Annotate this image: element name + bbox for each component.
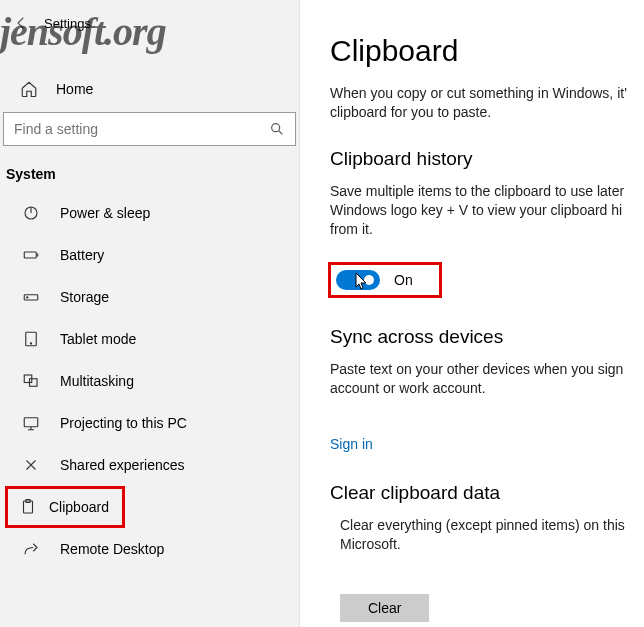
sidebar-item-shared-experiences[interactable]: Shared experiences	[0, 444, 299, 486]
storage-icon	[22, 288, 40, 306]
sidebar-item-remote-desktop[interactable]: Remote Desktop	[0, 528, 299, 570]
sync-desc: Paste text on your other devices when yo…	[330, 360, 644, 398]
back-row[interactable]: Settings	[0, 10, 299, 40]
sidebar-item-label: Multitasking	[60, 373, 134, 389]
intro-text: When you copy or cut something in Window…	[330, 84, 644, 122]
clear-button[interactable]: Clear	[340, 594, 429, 622]
svg-point-0	[272, 124, 280, 132]
clear-section: Clear clipboard data Clear everything (e…	[330, 482, 644, 622]
sidebar-item-label: Power & sleep	[60, 205, 150, 221]
sidebar-item-label: Projecting to this PC	[60, 415, 187, 431]
sidebar-item-label: Battery	[60, 247, 104, 263]
clear-desc: Clear everything (except pinned items) o…	[330, 516, 644, 554]
svg-rect-2	[24, 252, 36, 258]
clear-title: Clear clipboard data	[330, 482, 644, 504]
home-label: Home	[56, 81, 93, 97]
home-nav[interactable]: Home	[0, 70, 299, 112]
page-title: Clipboard	[330, 34, 644, 68]
search-box[interactable]	[3, 112, 296, 146]
history-section: Clipboard history Save multiple items to…	[330, 148, 644, 297]
toggle-state-label: On	[394, 272, 413, 288]
svg-rect-9	[24, 418, 38, 427]
back-arrow-icon	[12, 14, 30, 32]
sidebar-item-multitasking[interactable]: Multitasking	[0, 360, 299, 402]
sidebar-item-label: Remote Desktop	[60, 541, 164, 557]
sidebar-item-tablet-mode[interactable]: Tablet mode	[0, 318, 299, 360]
sidebar-item-clipboard[interactable]: Clipboard	[5, 486, 125, 528]
settings-label: Settings	[44, 16, 91, 31]
history-toggle-row: On	[330, 264, 440, 296]
sync-section: Sync across devices Paste text on your o…	[330, 326, 644, 452]
toggle-knob	[364, 275, 374, 285]
sidebar: Settings Home System Power & sleep Batte…	[0, 0, 300, 627]
history-title: Clipboard history	[330, 148, 644, 170]
svg-point-6	[30, 343, 31, 344]
sidebar-item-battery[interactable]: Battery	[0, 234, 299, 276]
projecting-icon	[22, 414, 40, 432]
remote-desktop-icon	[22, 540, 40, 558]
history-desc: Save multiple items to the clipboard to …	[330, 182, 644, 239]
sidebar-item-label: Storage	[60, 289, 109, 305]
power-icon	[22, 204, 40, 222]
history-toggle[interactable]	[336, 270, 380, 290]
sidebar-item-label: Clipboard	[49, 499, 109, 515]
sidebar-item-label: Shared experiences	[60, 457, 185, 473]
sync-title: Sync across devices	[330, 326, 644, 348]
shared-icon	[22, 456, 40, 474]
svg-point-4	[27, 297, 28, 298]
sidebar-item-label: Tablet mode	[60, 331, 136, 347]
sidebar-menu: Power & sleep Battery Storage Tablet mod…	[0, 192, 299, 570]
category-heading: System	[0, 158, 299, 192]
main-content: Clipboard When you copy or cut something…	[300, 0, 644, 627]
search-input[interactable]	[4, 121, 269, 137]
sidebar-item-storage[interactable]: Storage	[0, 276, 299, 318]
multitasking-icon	[22, 372, 40, 390]
home-icon	[20, 80, 38, 98]
clipboard-icon	[19, 498, 37, 516]
tablet-icon	[22, 330, 40, 348]
sidebar-item-projecting[interactable]: Projecting to this PC	[0, 402, 299, 444]
search-icon	[269, 121, 285, 137]
battery-icon	[22, 246, 40, 264]
sidebar-item-power-sleep[interactable]: Power & sleep	[0, 192, 299, 234]
signin-link[interactable]: Sign in	[330, 436, 373, 452]
